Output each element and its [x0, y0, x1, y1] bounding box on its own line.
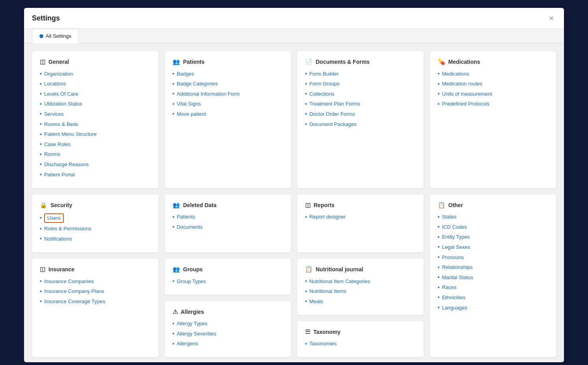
link-meals[interactable]: Meals: [309, 298, 323, 305]
link-units-of-measurement[interactable]: Units of measurement: [442, 91, 492, 98]
link-doctor-order-forms[interactable]: Doctor Order Forms: [309, 111, 355, 118]
nutritional-links: Nutritional Item Categories Nutritional …: [305, 278, 416, 306]
list-item: Insurance Coverage Types: [40, 298, 151, 306]
link-patients-deleted[interactable]: Patients: [177, 213, 195, 220]
link-states[interactable]: States: [442, 213, 456, 220]
link-pronouns[interactable]: Pronouns: [442, 254, 464, 261]
link-races[interactable]: Races: [442, 284, 456, 291]
insurance-links: Insurance Companies Insurance Company Pl…: [40, 278, 151, 306]
list-item: States: [438, 213, 549, 221]
list-item: Treatment Plan Forms: [305, 100, 416, 108]
insurance-icon: ◫: [40, 266, 45, 273]
security-links: Users Roles & Permissions Notifications: [40, 213, 151, 243]
link-vital-signs[interactable]: Vital Signs: [177, 100, 201, 107]
link-languages[interactable]: Languages: [442, 304, 467, 311]
list-item: Units of measurement: [438, 90, 549, 98]
card-insurance: ◫ Insurance Insurance Companies Insuranc…: [32, 259, 158, 357]
link-collections[interactable]: Collections: [309, 91, 335, 98]
card-security-title: 🔒 Security: [40, 202, 151, 209]
list-item: Medication routes: [438, 80, 549, 88]
link-ethnicities[interactable]: Ethnicities: [442, 294, 465, 301]
link-badge-categories[interactable]: Badge Categories: [177, 80, 218, 87]
link-allergens[interactable]: Allergens: [177, 340, 198, 347]
link-discharge-reasons[interactable]: Discharge Reasons: [44, 161, 89, 168]
link-form-groups[interactable]: Form Groups: [309, 80, 340, 87]
list-item: Legal Sexes: [438, 243, 549, 251]
list-item: Medications: [438, 70, 549, 78]
list-item: Patient Menu Structure: [40, 131, 151, 139]
link-medication-routes[interactable]: Medication routes: [442, 80, 482, 87]
card-deleted-data: 👥 Deleted Data Patients Documents: [165, 195, 291, 252]
reports-icon: ◫: [305, 202, 311, 209]
medications-links: Medications Medication routes Units of m…: [438, 70, 549, 108]
link-nutritional-item-categories[interactable]: Nutritional Item Categories: [309, 278, 370, 285]
link-entity-types[interactable]: Entity Types: [442, 233, 470, 241]
link-medications[interactable]: Medications: [442, 70, 469, 78]
list-item: Insurance Companies: [40, 278, 151, 285]
link-case-roles[interactable]: Case Roles: [44, 141, 71, 148]
card-deleted-data-title: 👥 Deleted Data: [173, 202, 283, 209]
card-reports: ◫ Reports Report designer: [297, 195, 424, 252]
link-insurance-company-plans[interactable]: Insurance Company Plans: [44, 288, 104, 295]
link-allergy-types[interactable]: Allergy Types: [177, 320, 207, 327]
list-item: Relationships: [438, 264, 549, 272]
link-marital-status[interactable]: Marital Status: [442, 274, 473, 281]
list-item: Allergy Severities: [173, 330, 283, 338]
link-notifications[interactable]: Notifications: [44, 235, 72, 243]
list-item: Levels Of Care: [40, 90, 151, 98]
link-locations[interactable]: Locations: [44, 80, 66, 87]
link-patient-portal[interactable]: Patient Portal: [44, 171, 75, 178]
list-item: Form Builder: [305, 70, 416, 78]
link-relationships[interactable]: Relationships: [442, 264, 473, 271]
link-badges[interactable]: Badges: [177, 70, 194, 78]
link-rooms[interactable]: Rooms: [44, 151, 60, 158]
link-utilization-status[interactable]: Utilization Status: [44, 100, 82, 107]
list-item: Discharge Reasons: [40, 161, 151, 169]
link-additional-info-form[interactable]: Additional Information Form: [177, 91, 240, 98]
link-group-types[interactable]: Group Types: [177, 278, 206, 285]
link-icd-codes[interactable]: ICD Codes: [442, 224, 467, 231]
list-item: ICD Codes: [438, 223, 549, 231]
general-links: Organization Locations Levels Of Care Ut…: [40, 70, 151, 179]
card-medications: 💊 Medications Medications Medication rou…: [430, 51, 556, 188]
link-treatment-plan-forms[interactable]: Treatment Plan Forms: [309, 100, 360, 107]
col3-row3-stack: 📋 Nutritional journal Nutritional Item C…: [297, 259, 424, 357]
tab-all-settings[interactable]: All Settings: [32, 29, 79, 43]
card-reports-title: ◫ Reports: [305, 202, 416, 209]
settings-modal: Settings × All Settings ◫ General Or: [24, 8, 564, 362]
link-patient-menu-structure[interactable]: Patient Menu Structure: [44, 131, 97, 138]
link-legal-sexes[interactable]: Legal Sexes: [442, 244, 470, 251]
link-levels-of-care[interactable]: Levels Of Care: [44, 91, 78, 98]
list-item: Document Packages: [305, 120, 416, 128]
link-insurance-coverage-types[interactable]: Insurance Coverage Types: [44, 298, 105, 305]
modal-close-button[interactable]: ×: [547, 13, 556, 23]
allergies-icon: ⚠: [173, 308, 178, 315]
patients-links: Badges Badge Categories Additional Infor…: [173, 70, 283, 118]
groups-links: Group Types: [173, 278, 283, 285]
list-item: Form Groups: [305, 80, 416, 88]
link-rooms-beds[interactable]: Rooms & Beds: [44, 121, 78, 128]
card-groups-title: 👥 Groups: [173, 266, 283, 273]
link-move-patient[interactable]: Move patient: [177, 111, 206, 118]
link-roles-permissions[interactable]: Roles & Permissions: [44, 225, 91, 232]
list-item: Vital Signs: [173, 100, 283, 108]
link-users[interactable]: Users: [44, 213, 64, 223]
list-item: Users: [40, 213, 151, 223]
link-nutritional-items[interactable]: Nutritional Items: [309, 288, 346, 295]
deleted-data-links: Patients Documents: [173, 213, 283, 231]
link-document-packages[interactable]: Document Packages: [309, 121, 357, 128]
link-form-builder[interactable]: Form Builder: [309, 70, 339, 78]
modal-overlay: Settings × All Settings ◫ General Or: [0, 0, 588, 365]
link-taxonomies[interactable]: Taxonomies: [309, 340, 337, 347]
link-documents-deleted[interactable]: Documents: [177, 224, 203, 231]
link-services[interactable]: Services: [44, 111, 64, 118]
link-report-designer[interactable]: Report designer: [309, 213, 346, 220]
card-other: 📋 Other States ICD Codes Entity Types Le…: [430, 195, 556, 358]
link-allergy-severities[interactable]: Allergy Severities: [177, 330, 216, 337]
medications-icon: 💊: [438, 58, 445, 65]
link-organization[interactable]: Organization: [44, 70, 73, 78]
card-documents-forms: 📄 Documents & Forms Form Builder Form Gr…: [297, 51, 424, 188]
link-insurance-companies[interactable]: Insurance Companies: [44, 278, 94, 285]
link-predefined-protocols[interactable]: Predefined Protocols: [442, 100, 489, 107]
list-item: Collections: [305, 90, 416, 98]
